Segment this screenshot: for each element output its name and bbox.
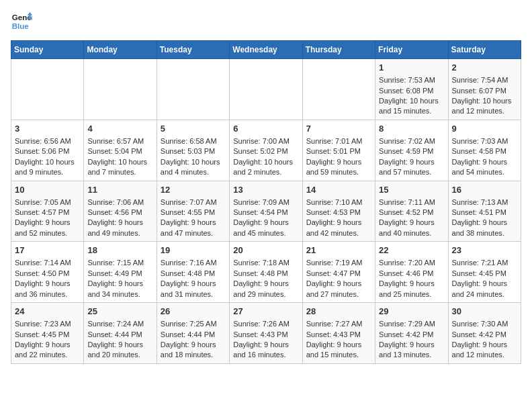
day-info: Daylight: 9 hours and 34 minutes. <box>87 279 152 300</box>
calendar-cell: 2Sunrise: 7:54 AMSunset: 6:07 PMDaylight… <box>448 59 521 120</box>
calendar-cell: 30Sunrise: 7:30 AMSunset: 4:42 PMDayligh… <box>448 303 521 364</box>
day-info: Sunrise: 7:02 AM <box>379 136 444 146</box>
day-info: Sunrise: 7:06 AM <box>87 197 152 208</box>
day-info: Daylight: 9 hours and 38 minutes. <box>452 218 517 238</box>
calendar-cell <box>11 59 84 120</box>
day-info: Daylight: 9 hours and 40 minutes. <box>379 218 444 238</box>
day-info: Sunrise: 7:00 AM <box>233 136 298 146</box>
day-number: 25 <box>87 306 152 318</box>
calendar-cell: 13Sunrise: 7:09 AMSunset: 4:54 PMDayligh… <box>230 181 302 242</box>
day-number: 23 <box>452 244 517 257</box>
day-info: Sunrise: 7:13 AM <box>452 197 517 208</box>
calendar-cell: 3Sunrise: 6:56 AMSunset: 5:06 PMDaylight… <box>11 120 84 181</box>
day-info: Sunset: 5:02 PM <box>233 146 298 156</box>
day-info: Sunset: 4:48 PM <box>233 269 298 279</box>
day-info: Sunrise: 7:10 AM <box>306 197 371 208</box>
day-info: Sunset: 4:45 PM <box>15 330 80 340</box>
logo: General Blue <box>11 11 32 32</box>
day-info: Daylight: 10 hours and 9 minutes. <box>15 157 80 178</box>
day-info: Sunrise: 7:21 AM <box>452 258 517 268</box>
day-info: Sunrise: 7:20 AM <box>379 258 444 268</box>
day-info: Sunset: 4:55 PM <box>161 208 226 218</box>
day-number: 13 <box>233 184 298 196</box>
day-info: Sunset: 4:49 PM <box>87 269 152 279</box>
calendar-cell: 16Sunrise: 7:13 AMSunset: 4:51 PMDayligh… <box>448 181 521 242</box>
calendar-cell: 24Sunrise: 7:23 AMSunset: 4:45 PMDayligh… <box>11 303 84 364</box>
day-number: 15 <box>379 184 444 196</box>
day-info: Daylight: 9 hours and 57 minutes. <box>379 157 444 178</box>
calendar-cell: 14Sunrise: 7:10 AMSunset: 4:53 PMDayligh… <box>302 181 375 242</box>
calendar-cell <box>302 59 375 120</box>
day-info: Sunrise: 7:09 AM <box>233 197 298 208</box>
svg-text:Blue: Blue <box>12 22 30 30</box>
day-info: Sunset: 5:06 PM <box>15 146 80 156</box>
day-number: 22 <box>379 244 444 257</box>
day-header: Monday <box>84 41 157 59</box>
calendar-cell <box>230 59 302 120</box>
calendar-cell: 1Sunrise: 7:53 AMSunset: 6:08 PMDaylight… <box>375 59 448 120</box>
day-info: Daylight: 9 hours and 52 minutes. <box>15 218 80 238</box>
day-info: Sunset: 4:56 PM <box>87 208 152 218</box>
day-info: Daylight: 9 hours and 22 minutes. <box>15 340 80 361</box>
day-info: Sunrise: 6:57 AM <box>87 136 152 146</box>
day-info: Sunset: 4:47 PM <box>306 269 371 279</box>
day-info: Sunset: 4:51 PM <box>452 208 517 218</box>
day-info: Sunrise: 7:11 AM <box>379 197 444 208</box>
day-info: Daylight: 9 hours and 45 minutes. <box>233 218 298 238</box>
day-info: Sunset: 4:42 PM <box>452 330 517 340</box>
day-info: Daylight: 9 hours and 59 minutes. <box>306 157 371 178</box>
day-number: 19 <box>161 244 226 257</box>
day-info: Daylight: 10 hours and 15 minutes. <box>379 96 444 117</box>
calendar-body: 1Sunrise: 7:53 AMSunset: 6:08 PMDaylight… <box>11 59 521 364</box>
calendar-cell: 7Sunrise: 7:01 AMSunset: 5:01 PMDaylight… <box>302 120 375 181</box>
day-number: 3 <box>15 123 80 135</box>
day-info: Sunrise: 7:27 AM <box>306 319 371 329</box>
calendar-cell: 15Sunrise: 7:11 AMSunset: 4:52 PMDayligh… <box>375 181 448 242</box>
calendar-cell: 19Sunrise: 7:16 AMSunset: 4:48 PMDayligh… <box>157 242 229 303</box>
calendar-cell <box>84 59 157 120</box>
day-info: Sunset: 4:59 PM <box>379 146 444 156</box>
day-info: Sunset: 4:46 PM <box>379 269 444 279</box>
calendar-table: SundayMondayTuesdayWednesdayThursdayFrid… <box>11 40 521 364</box>
calendar-cell <box>157 59 229 120</box>
day-info: Sunrise: 7:53 AM <box>379 75 444 85</box>
day-info: Daylight: 9 hours and 24 minutes. <box>452 279 517 300</box>
day-info: Daylight: 9 hours and 12 minutes. <box>452 340 517 361</box>
calendar-cell: 12Sunrise: 7:07 AMSunset: 4:55 PMDayligh… <box>157 181 229 242</box>
calendar-cell: 28Sunrise: 7:27 AMSunset: 4:43 PMDayligh… <box>302 303 375 364</box>
day-number: 7 <box>306 123 371 135</box>
day-info: Sunrise: 7:26 AM <box>233 319 298 329</box>
calendar-cell: 22Sunrise: 7:20 AMSunset: 4:46 PMDayligh… <box>375 242 448 303</box>
day-number: 29 <box>379 306 444 318</box>
day-info: Sunrise: 7:03 AM <box>452 136 517 146</box>
day-number: 17 <box>15 244 80 257</box>
day-info: Sunrise: 7:24 AM <box>87 319 152 329</box>
day-info: Daylight: 10 hours and 2 minutes. <box>233 157 298 178</box>
calendar-cell: 8Sunrise: 7:02 AMSunset: 4:59 PMDaylight… <box>375 120 448 181</box>
day-info: Daylight: 9 hours and 16 minutes. <box>233 340 298 361</box>
day-info: Sunset: 4:45 PM <box>452 269 517 279</box>
day-info: Daylight: 9 hours and 20 minutes. <box>87 340 152 361</box>
day-number: 1 <box>379 62 444 74</box>
day-number: 6 <box>233 123 298 135</box>
calendar-cell: 29Sunrise: 7:29 AMSunset: 4:42 PMDayligh… <box>375 303 448 364</box>
day-header: Wednesday <box>230 41 302 59</box>
calendar-cell: 21Sunrise: 7:19 AMSunset: 4:47 PMDayligh… <box>302 242 375 303</box>
day-number: 28 <box>306 306 371 318</box>
day-info: Sunrise: 7:18 AM <box>233 258 298 268</box>
day-info: Sunset: 4:57 PM <box>15 208 80 218</box>
day-info: Daylight: 9 hours and 25 minutes. <box>379 279 444 300</box>
day-info: Daylight: 9 hours and 54 minutes. <box>452 157 517 178</box>
day-info: Sunrise: 7:05 AM <box>15 197 80 208</box>
day-info: Sunrise: 7:29 AM <box>379 319 444 329</box>
day-header: Sunday <box>11 41 84 59</box>
day-info: Sunset: 6:07 PM <box>452 86 517 96</box>
day-number: 24 <box>15 306 80 318</box>
calendar-week-row: 1Sunrise: 7:53 AMSunset: 6:08 PMDaylight… <box>11 59 521 120</box>
day-info: Daylight: 9 hours and 31 minutes. <box>161 279 226 300</box>
calendar-cell: 17Sunrise: 7:14 AMSunset: 4:50 PMDayligh… <box>11 242 84 303</box>
day-number: 5 <box>161 123 226 135</box>
day-info: Sunset: 4:42 PM <box>379 330 444 340</box>
day-info: Sunset: 5:03 PM <box>161 146 226 156</box>
calendar-cell: 11Sunrise: 7:06 AMSunset: 4:56 PMDayligh… <box>84 181 157 242</box>
